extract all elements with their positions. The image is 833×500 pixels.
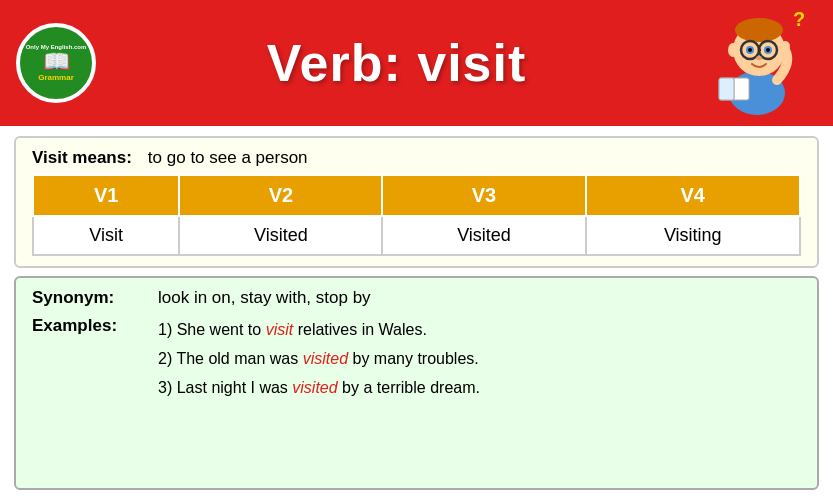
visit-means-box: Visit means: to go to see a person V1 V2…	[14, 136, 819, 268]
synonym-examples-box: Synonym: look in on, stay with, stop by …	[14, 276, 819, 490]
logo-book-icon: 📖	[43, 51, 70, 73]
example-3: 3) Last night I was visited by a terribl…	[158, 374, 480, 403]
v4-header: V4	[586, 175, 800, 216]
synonym-label: Synonym:	[32, 288, 142, 308]
example-2-number: 2)	[158, 350, 172, 367]
logo-bottom-text: Grammar	[38, 73, 74, 82]
example-2-highlight: visited	[303, 350, 348, 367]
svg-point-12	[728, 43, 738, 57]
example-3-after: by a terrible dream.	[338, 379, 480, 396]
synonym-row: Synonym: look in on, stay with, stop by	[32, 288, 801, 308]
v2-header: V2	[179, 175, 382, 216]
verb-table-header-row: V1 V2 V3 V4	[33, 175, 800, 216]
example-1-before: She went to	[177, 321, 266, 338]
v2-value: Visited	[179, 216, 382, 255]
logo: Only My English.com 📖 Grammar	[16, 23, 96, 103]
example-3-before: Last night I was	[177, 379, 293, 396]
svg-point-11	[756, 56, 762, 60]
synonym-value: look in on, stay with, stop by	[158, 288, 371, 308]
v4-value: Visiting	[586, 216, 800, 255]
example-1-number: 1)	[158, 321, 172, 338]
svg-point-2	[735, 18, 783, 42]
header: Only My English.com 📖 Grammar Verb: visi…	[0, 0, 833, 126]
example-3-number: 3)	[158, 379, 172, 396]
character-svg: ?	[697, 8, 817, 118]
visit-means-label: Visit means:	[32, 148, 132, 168]
svg-rect-17	[719, 78, 734, 100]
example-2-before: The old man was	[176, 350, 302, 367]
verb-forms-table: V1 V2 V3 V4 Visit Visited Visited Visiti…	[32, 174, 801, 256]
examples-list: 1) She went to visit relatives in Wales.…	[158, 316, 480, 402]
svg-text:?: ?	[793, 8, 805, 30]
svg-point-14	[780, 41, 790, 51]
visit-means-value: to go to see a person	[148, 148, 308, 168]
verb-table-values-row: Visit Visited Visited Visiting	[33, 216, 800, 255]
example-1-after: relatives in Wales.	[293, 321, 427, 338]
svg-point-9	[748, 48, 752, 52]
example-1: 1) She went to visit relatives in Wales.	[158, 316, 480, 345]
character-illustration: ?	[697, 8, 817, 118]
example-1-highlight: visit	[266, 321, 294, 338]
v1-header: V1	[33, 175, 179, 216]
main-content: Visit means: to go to see a person V1 V2…	[0, 126, 833, 500]
v3-value: Visited	[382, 216, 585, 255]
page-wrapper: Only My English.com 📖 Grammar Verb: visi…	[0, 0, 833, 500]
v1-value: Visit	[33, 216, 179, 255]
page-title: Verb: visit	[96, 33, 697, 93]
example-2-after: by many troubles.	[348, 350, 479, 367]
example-2: 2) The old man was visited by many troub…	[158, 345, 480, 374]
examples-row: Examples: 1) She went to visit relatives…	[32, 316, 801, 402]
v3-header: V3	[382, 175, 585, 216]
visit-means-row: Visit means: to go to see a person	[32, 148, 801, 168]
example-3-highlight: visited	[292, 379, 337, 396]
examples-label: Examples:	[32, 316, 142, 336]
svg-point-10	[766, 48, 770, 52]
